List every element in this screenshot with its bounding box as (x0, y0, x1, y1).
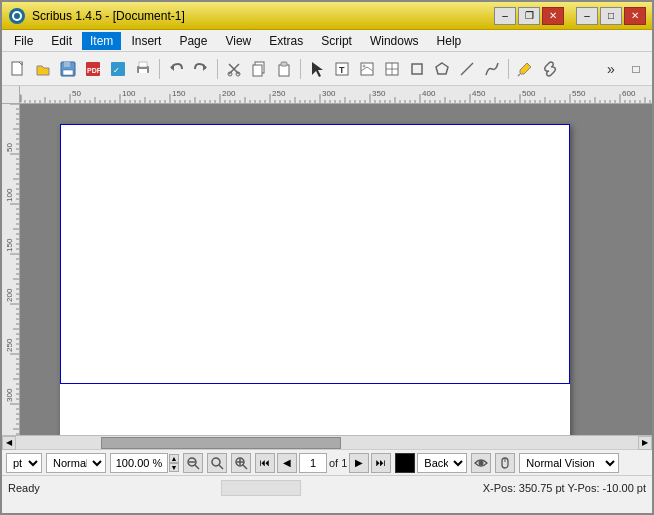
zoom-reset-button[interactable] (207, 453, 227, 473)
menu-item[interactable]: Item (82, 32, 121, 50)
zoom-input[interactable] (110, 453, 168, 473)
page-next-button[interactable]: ▶ (349, 453, 369, 473)
zoom-down[interactable]: ▼ (169, 463, 179, 472)
zoom-spinner: ▲ ▼ (169, 454, 179, 472)
menu-windows[interactable]: Windows (362, 32, 427, 50)
zoom-in-button[interactable] (231, 453, 251, 473)
toolbar-undo[interactable] (164, 57, 188, 81)
toolbar-line[interactable] (455, 57, 479, 81)
svg-point-41 (212, 458, 220, 466)
close2-button[interactable]: ✕ (624, 7, 646, 25)
restore2-button[interactable]: □ (600, 7, 622, 25)
h-scrollbar: ◀ ▶ (2, 435, 652, 449)
toolbar-save[interactable] (56, 57, 80, 81)
menu-help[interactable]: Help (429, 32, 470, 50)
window-controls: – ❐ ✕ – □ ✕ (494, 7, 646, 25)
h-ruler-canvas (20, 86, 652, 104)
vision-select[interactable]: Normal Vision Protanopia Deuteranopia Tr… (519, 453, 619, 473)
svg-rect-34 (412, 64, 422, 74)
toolbar-textframe[interactable]: T (330, 57, 354, 81)
svg-point-47 (479, 460, 484, 465)
toolbar-copy[interactable] (247, 57, 271, 81)
toolbar-pencil[interactable] (480, 57, 504, 81)
svg-marker-35 (436, 63, 448, 74)
svg-marker-24 (312, 62, 323, 77)
svg-rect-5 (64, 62, 70, 67)
toolbar-paste[interactable] (272, 57, 296, 81)
toolbar-new[interactable] (6, 57, 30, 81)
toolbar: PDF ✓ T (2, 52, 652, 86)
svg-rect-27 (361, 63, 373, 75)
hscroll-right-arrow[interactable]: ▶ (638, 436, 652, 450)
sep3 (300, 59, 301, 79)
page-canvas (60, 124, 570, 435)
canvas-row (2, 104, 652, 435)
toolbar-pdf[interactable]: PDF (81, 57, 105, 81)
zoom-up[interactable]: ▲ (169, 454, 179, 463)
hscroll-thumb[interactable] (101, 437, 341, 449)
toolbar-table[interactable] (380, 57, 404, 81)
page-first-button[interactable]: ⏮ (255, 453, 275, 473)
svg-line-42 (219, 465, 223, 469)
horizontal-ruler (20, 86, 652, 104)
page-prev-button[interactable]: ◀ (277, 453, 297, 473)
hscroll-track[interactable] (16, 437, 638, 449)
toolbar-pin[interactable]: □ (624, 57, 648, 81)
toolbar-redo[interactable] (189, 57, 213, 81)
toolbar-select[interactable] (305, 57, 329, 81)
svg-rect-13 (139, 62, 147, 67)
visual-settings-button[interactable] (471, 453, 491, 473)
svg-line-37 (518, 74, 520, 76)
work-area (2, 86, 652, 435)
hscroll-left-arrow[interactable]: ◀ (2, 436, 16, 450)
color-swatch[interactable] (395, 453, 415, 473)
svg-line-36 (461, 63, 473, 75)
toolbar-polygon[interactable] (430, 57, 454, 81)
svg-point-2 (14, 13, 20, 19)
menu-script[interactable]: Script (313, 32, 360, 50)
page-last-button[interactable]: ⏭ (371, 453, 391, 473)
svg-rect-21 (253, 65, 262, 76)
toolbar-shape[interactable] (405, 57, 429, 81)
menu-page[interactable]: Page (171, 32, 215, 50)
canvas-container[interactable] (20, 104, 652, 435)
menu-insert[interactable]: Insert (123, 32, 169, 50)
svg-text:T: T (339, 65, 345, 75)
sep2 (217, 59, 218, 79)
toolbar-imageframe[interactable] (355, 57, 379, 81)
svg-rect-12 (139, 69, 147, 73)
close-button[interactable]: ✕ (542, 7, 564, 25)
mouse-settings-button[interactable] (495, 453, 515, 473)
menu-edit[interactable]: Edit (43, 32, 80, 50)
toolbar-overflow[interactable]: » (599, 57, 623, 81)
color-label-select[interactable]: Back (417, 453, 467, 473)
svg-text:✓: ✓ (113, 66, 120, 75)
minimize-button[interactable]: – (494, 7, 516, 25)
toolbar-print[interactable] (131, 57, 155, 81)
title-left: Scribus 1.4.5 - [Document-1] (8, 7, 185, 25)
toolbar-eyedropper[interactable] (513, 57, 537, 81)
unit-select[interactable]: pt mm in cm (6, 453, 42, 473)
menu-bar: File Edit Item Insert Page View Extras S… (2, 30, 652, 52)
toolbar-open[interactable] (31, 57, 55, 81)
svg-line-39 (195, 465, 199, 469)
sep1 (159, 59, 160, 79)
page-nav: ⏮ ◀ of 1 ▶ ⏭ (255, 453, 391, 473)
view-mode-select[interactable]: Normal Preview (46, 453, 106, 473)
svg-rect-23 (281, 62, 287, 66)
position-text: X-Pos: 350.75 pt Y-Pos: -10.00 pt (483, 482, 646, 494)
toolbar-cut[interactable] (222, 57, 246, 81)
minimize2-button[interactable]: – (576, 7, 598, 25)
menu-file[interactable]: File (6, 32, 41, 50)
toolbar-preflight[interactable]: ✓ (106, 57, 130, 81)
vertical-ruler (2, 104, 20, 435)
page-current-input[interactable] (299, 453, 327, 473)
zoom-out-button[interactable] (183, 453, 203, 473)
title-text: Scribus 1.4.5 - [Document-1] (32, 9, 185, 23)
menu-extras[interactable]: Extras (261, 32, 311, 50)
toolbar-link[interactable] (538, 57, 562, 81)
status-text: Ready (8, 482, 40, 494)
menu-view[interactable]: View (217, 32, 259, 50)
restore-button[interactable]: ❐ (518, 7, 540, 25)
svg-point-30 (363, 64, 366, 67)
